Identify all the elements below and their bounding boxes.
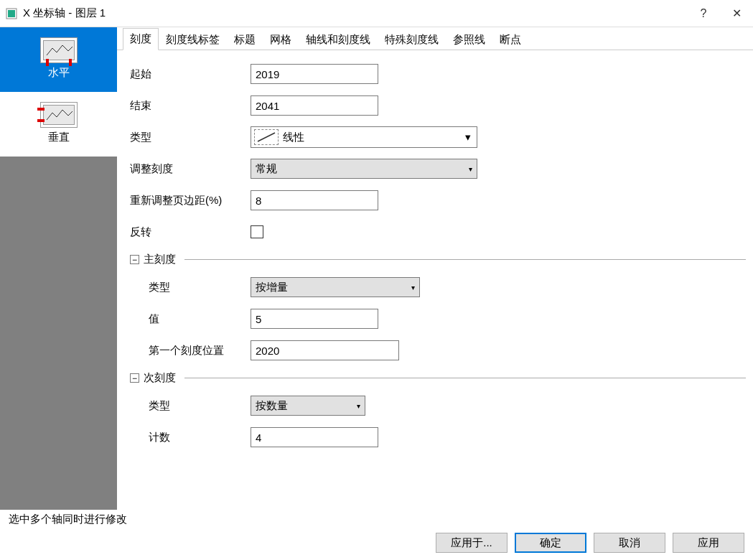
collapse-major-icon[interactable]: −: [130, 255, 139, 264]
tab-tick-labels[interactable]: 刻度线标签: [159, 29, 227, 50]
cancel-button[interactable]: 取消: [594, 533, 665, 553]
tab-breaks[interactable]: 断点: [492, 29, 528, 50]
window-title: X 坐标轴 - 图层 1: [23, 6, 687, 20]
type-select[interactable]: 线性 ▾: [251, 126, 477, 148]
tab-scale[interactable]: 刻度: [123, 28, 159, 50]
start-label: 起始: [130, 67, 251, 81]
chevron-down-icon: ▾: [469, 165, 472, 173]
horizontal-axis-icon: [43, 40, 75, 60]
tab-special-ticks[interactable]: 特殊刻度线: [378, 29, 446, 50]
reverse-checkbox[interactable]: [251, 225, 263, 238]
start-input[interactable]: [251, 64, 378, 84]
tab-reference-lines[interactable]: 参照线: [446, 29, 492, 50]
chevron-down-icon: ▾: [357, 402, 360, 410]
minor-type-value: 按数量: [256, 399, 288, 413]
end-input[interactable]: [251, 95, 378, 116]
app-icon: [6, 8, 17, 19]
vertical-axis-icon: [43, 105, 75, 125]
sidebar-item-label: 水平: [48, 66, 70, 80]
axis-sidebar: 水平 垂直: [0, 27, 117, 510]
reverse-label: 反转: [130, 225, 251, 239]
rescale-value: 常规: [256, 162, 277, 176]
svg-line-2: [258, 133, 275, 141]
sidebar-item-label: 垂直: [48, 131, 70, 144]
minor-section-label: 次刻度: [144, 371, 176, 385]
ok-button[interactable]: 确定: [515, 533, 586, 553]
apply-button[interactable]: 应用: [673, 533, 744, 553]
help-button[interactable]: ?: [687, 0, 720, 27]
status-text: 选中多个轴同时进行修改: [0, 510, 753, 528]
tab-grids[interactable]: 网格: [263, 29, 299, 50]
major-type-value: 按增量: [256, 281, 288, 294]
first-tick-label: 第一个刻度位置: [149, 344, 251, 358]
margin-input[interactable]: [251, 190, 378, 210]
rescale-label: 调整刻度: [130, 162, 251, 176]
svg-rect-1: [8, 10, 15, 17]
major-section-label: 主刻度: [144, 253, 176, 266]
apply-to-button[interactable]: 应用于...: [436, 533, 508, 553]
minor-count-input[interactable]: [251, 427, 378, 447]
type-value: 线性: [283, 131, 304, 144]
major-type-select[interactable]: 按增量 ▾: [251, 277, 420, 297]
minor-count-label: 计数: [149, 431, 251, 444]
minor-type-select[interactable]: 按数量 ▾: [251, 396, 365, 416]
collapse-minor-icon[interactable]: −: [130, 373, 139, 383]
type-label: 类型: [130, 131, 251, 144]
tab-title[interactable]: 标题: [227, 29, 263, 50]
first-tick-input[interactable]: [251, 340, 399, 360]
major-value-input[interactable]: [251, 309, 378, 329]
titlebar: X 坐标轴 - 图层 1 ? ✕: [0, 0, 753, 27]
major-type-label: 类型: [149, 281, 251, 294]
sidebar-item-horizontal[interactable]: 水平: [0, 27, 117, 92]
tabs: 刻度 刻度线标签 标题 网格 轴线和刻度线 特殊刻度线 参照线 断点: [117, 27, 753, 50]
end-label: 结束: [130, 99, 251, 113]
margin-label: 重新调整页边距(%): [130, 194, 251, 207]
linear-type-icon: [254, 129, 279, 145]
tab-line-ticks[interactable]: 轴线和刻度线: [299, 29, 378, 50]
chevron-down-icon: ▾: [465, 131, 471, 144]
rescale-select[interactable]: 常规 ▾: [251, 159, 477, 179]
minor-type-label: 类型: [149, 399, 251, 413]
sidebar-item-vertical[interactable]: 垂直: [0, 92, 117, 157]
close-button[interactable]: ✕: [720, 0, 753, 27]
major-value-label: 值: [149, 312, 251, 326]
chevron-down-icon: ▾: [411, 284, 415, 291]
